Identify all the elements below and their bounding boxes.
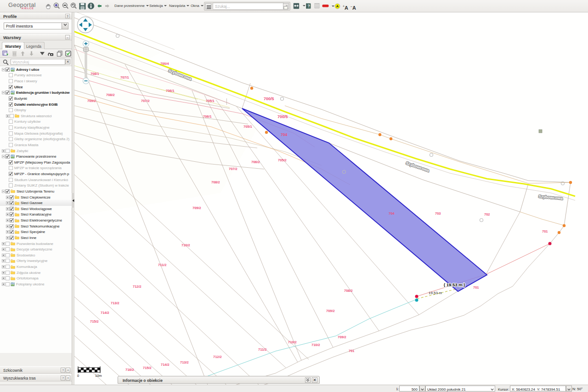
svg-text:708/2: 708/2 (106, 93, 115, 97)
svg-text:709/2: 709/2 (338, 335, 346, 339)
svg-text:706/2: 706/2 (251, 160, 260, 164)
svg-text:716/2: 716/2 (125, 368, 134, 372)
svg-text:702: 702 (484, 212, 490, 216)
svg-text:701: 701 (349, 349, 355, 353)
svg-text:705/2: 705/2 (278, 158, 287, 162)
svg-text:701: 701 (473, 285, 479, 290)
svg-text:705/1: 705/1 (243, 125, 252, 129)
svg-text:703: 703 (435, 211, 441, 216)
svg-text:707/2: 707/2 (229, 167, 237, 171)
svg-text:714/2: 714/2 (161, 363, 170, 367)
svg-text:?: ? (308, 4, 310, 8)
svg-text:715/2: 715/2 (143, 366, 152, 370)
svg-text:708/2: 708/2 (211, 180, 220, 184)
svg-text:708/1: 708/1 (90, 72, 99, 76)
svg-text:714/2: 714/2 (101, 311, 109, 315)
svg-text:19.53 m: 19.53 m (429, 291, 442, 295)
svg-text:707/1: 707/1 (120, 75, 129, 80)
svg-text:700/5: 700/5 (264, 97, 274, 101)
svg-text:705/1: 705/1 (206, 99, 215, 103)
svg-text:704: 704 (389, 211, 395, 216)
svg-text:710/2: 710/2 (181, 243, 190, 247)
svg-text:713/2: 713/2 (111, 301, 119, 305)
svg-text:701: 701 (542, 229, 548, 233)
svg-text:709/2: 709/2 (87, 99, 96, 103)
svg-text:709/2: 709/2 (192, 206, 201, 210)
svg-text:10m: 10m (95, 374, 102, 378)
svg-text:706/1: 706/1 (166, 89, 175, 93)
svg-text:709/2: 709/2 (326, 309, 335, 313)
svg-text:708/2: 708/2 (344, 289, 353, 293)
svg-text:704: 704 (281, 132, 287, 137)
svg-text:( 19.53 m ): ( 19.53 m ) (444, 282, 465, 287)
svg-text:711/2: 711/2 (158, 263, 166, 267)
svg-text:706/1: 706/1 (203, 114, 212, 119)
svg-text:A: A (336, 4, 339, 8)
svg-text:700/4: 700/4 (160, 62, 170, 66)
svg-text:710/2: 710/2 (288, 340, 297, 344)
svg-text:711/2: 711/2 (258, 347, 266, 352)
svg-text:712/2: 712/2 (133, 284, 141, 289)
svg-text:707/2: 707/2 (141, 99, 150, 103)
svg-text:713/2: 713/2 (180, 360, 189, 364)
svg-text:0: 0 (77, 374, 79, 378)
svg-text:710/2: 710/2 (311, 343, 320, 347)
svg-text:700/5: 700/5 (277, 114, 288, 119)
svg-text:715/2: 715/2 (90, 319, 99, 324)
svg-text:712/2: 712/2 (213, 355, 222, 359)
